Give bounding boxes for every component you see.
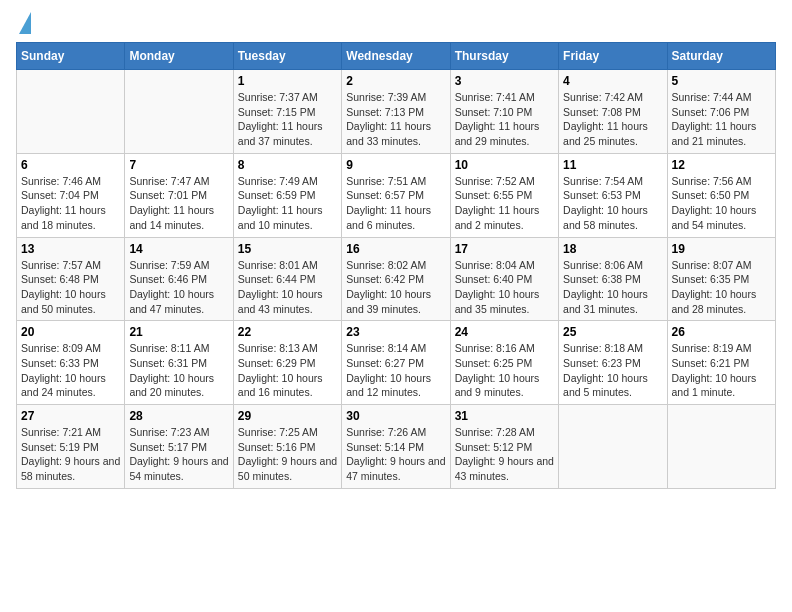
calendar-cell: 6Sunrise: 7:46 AM Sunset: 7:04 PM Daylig… [17,153,125,237]
day-number: 13 [21,242,120,256]
calendar-cell: 12Sunrise: 7:56 AM Sunset: 6:50 PM Dayli… [667,153,775,237]
calendar-cell: 29Sunrise: 7:25 AM Sunset: 5:16 PM Dayli… [233,405,341,489]
day-number: 10 [455,158,554,172]
calendar-table: SundayMondayTuesdayWednesdayThursdayFrid… [16,42,776,489]
day-info: Sunrise: 7:25 AM Sunset: 5:16 PM Dayligh… [238,425,337,484]
day-info: Sunrise: 8:04 AM Sunset: 6:40 PM Dayligh… [455,258,554,317]
col-header-saturday: Saturday [667,43,775,70]
calendar-cell: 21Sunrise: 8:11 AM Sunset: 6:31 PM Dayli… [125,321,233,405]
col-header-friday: Friday [559,43,667,70]
calendar-week-row: 27Sunrise: 7:21 AM Sunset: 5:19 PM Dayli… [17,405,776,489]
day-number: 15 [238,242,337,256]
day-info: Sunrise: 7:49 AM Sunset: 6:59 PM Dayligh… [238,174,337,233]
day-number: 26 [672,325,771,339]
day-number: 6 [21,158,120,172]
calendar-cell: 9Sunrise: 7:51 AM Sunset: 6:57 PM Daylig… [342,153,450,237]
calendar-cell [559,405,667,489]
day-info: Sunrise: 7:21 AM Sunset: 5:19 PM Dayligh… [21,425,120,484]
calendar-cell: 3Sunrise: 7:41 AM Sunset: 7:10 PM Daylig… [450,70,558,154]
day-number: 17 [455,242,554,256]
day-info: Sunrise: 8:11 AM Sunset: 6:31 PM Dayligh… [129,341,228,400]
day-number: 19 [672,242,771,256]
day-info: Sunrise: 8:14 AM Sunset: 6:27 PM Dayligh… [346,341,445,400]
day-info: Sunrise: 7:44 AM Sunset: 7:06 PM Dayligh… [672,90,771,149]
calendar-cell: 15Sunrise: 8:01 AM Sunset: 6:44 PM Dayli… [233,237,341,321]
calendar-cell: 18Sunrise: 8:06 AM Sunset: 6:38 PM Dayli… [559,237,667,321]
day-number: 4 [563,74,662,88]
calendar-cell: 30Sunrise: 7:26 AM Sunset: 5:14 PM Dayli… [342,405,450,489]
day-info: Sunrise: 7:41 AM Sunset: 7:10 PM Dayligh… [455,90,554,149]
day-number: 8 [238,158,337,172]
day-number: 5 [672,74,771,88]
day-number: 23 [346,325,445,339]
day-info: Sunrise: 8:01 AM Sunset: 6:44 PM Dayligh… [238,258,337,317]
calendar-cell: 4Sunrise: 7:42 AM Sunset: 7:08 PM Daylig… [559,70,667,154]
calendar-cell: 8Sunrise: 7:49 AM Sunset: 6:59 PM Daylig… [233,153,341,237]
day-info: Sunrise: 8:19 AM Sunset: 6:21 PM Dayligh… [672,341,771,400]
day-info: Sunrise: 8:02 AM Sunset: 6:42 PM Dayligh… [346,258,445,317]
calendar-week-row: 13Sunrise: 7:57 AM Sunset: 6:48 PM Dayli… [17,237,776,321]
calendar-cell: 28Sunrise: 7:23 AM Sunset: 5:17 PM Dayli… [125,405,233,489]
day-info: Sunrise: 7:37 AM Sunset: 7:15 PM Dayligh… [238,90,337,149]
day-number: 11 [563,158,662,172]
day-info: Sunrise: 8:09 AM Sunset: 6:33 PM Dayligh… [21,341,120,400]
calendar-cell: 5Sunrise: 7:44 AM Sunset: 7:06 PM Daylig… [667,70,775,154]
calendar-cell: 1Sunrise: 7:37 AM Sunset: 7:15 PM Daylig… [233,70,341,154]
calendar-cell: 16Sunrise: 8:02 AM Sunset: 6:42 PM Dayli… [342,237,450,321]
logo [16,16,31,34]
col-header-monday: Monday [125,43,233,70]
col-header-wednesday: Wednesday [342,43,450,70]
calendar-week-row: 20Sunrise: 8:09 AM Sunset: 6:33 PM Dayli… [17,321,776,405]
day-number: 21 [129,325,228,339]
page-header [16,16,776,34]
calendar-header-row: SundayMondayTuesdayWednesdayThursdayFrid… [17,43,776,70]
day-number: 20 [21,325,120,339]
col-header-tuesday: Tuesday [233,43,341,70]
col-header-sunday: Sunday [17,43,125,70]
calendar-cell: 17Sunrise: 8:04 AM Sunset: 6:40 PM Dayli… [450,237,558,321]
day-info: Sunrise: 7:42 AM Sunset: 7:08 PM Dayligh… [563,90,662,149]
day-info: Sunrise: 7:47 AM Sunset: 7:01 PM Dayligh… [129,174,228,233]
calendar-cell: 2Sunrise: 7:39 AM Sunset: 7:13 PM Daylig… [342,70,450,154]
day-number: 24 [455,325,554,339]
day-info: Sunrise: 8:06 AM Sunset: 6:38 PM Dayligh… [563,258,662,317]
calendar-cell: 25Sunrise: 8:18 AM Sunset: 6:23 PM Dayli… [559,321,667,405]
calendar-cell: 24Sunrise: 8:16 AM Sunset: 6:25 PM Dayli… [450,321,558,405]
calendar-cell: 11Sunrise: 7:54 AM Sunset: 6:53 PM Dayli… [559,153,667,237]
calendar-cell [125,70,233,154]
day-number: 7 [129,158,228,172]
day-info: Sunrise: 7:52 AM Sunset: 6:55 PM Dayligh… [455,174,554,233]
day-info: Sunrise: 8:13 AM Sunset: 6:29 PM Dayligh… [238,341,337,400]
day-info: Sunrise: 8:18 AM Sunset: 6:23 PM Dayligh… [563,341,662,400]
calendar-cell: 13Sunrise: 7:57 AM Sunset: 6:48 PM Dayli… [17,237,125,321]
day-number: 27 [21,409,120,423]
day-number: 25 [563,325,662,339]
day-number: 30 [346,409,445,423]
calendar-cell: 23Sunrise: 8:14 AM Sunset: 6:27 PM Dayli… [342,321,450,405]
day-info: Sunrise: 7:46 AM Sunset: 7:04 PM Dayligh… [21,174,120,233]
day-number: 14 [129,242,228,256]
calendar-cell: 22Sunrise: 8:13 AM Sunset: 6:29 PM Dayli… [233,321,341,405]
day-number: 29 [238,409,337,423]
day-info: Sunrise: 7:23 AM Sunset: 5:17 PM Dayligh… [129,425,228,484]
calendar-cell: 7Sunrise: 7:47 AM Sunset: 7:01 PM Daylig… [125,153,233,237]
day-info: Sunrise: 7:54 AM Sunset: 6:53 PM Dayligh… [563,174,662,233]
day-number: 22 [238,325,337,339]
calendar-cell [17,70,125,154]
calendar-cell: 14Sunrise: 7:59 AM Sunset: 6:46 PM Dayli… [125,237,233,321]
calendar-week-row: 1Sunrise: 7:37 AM Sunset: 7:15 PM Daylig… [17,70,776,154]
day-info: Sunrise: 7:57 AM Sunset: 6:48 PM Dayligh… [21,258,120,317]
calendar-cell: 31Sunrise: 7:28 AM Sunset: 5:12 PM Dayli… [450,405,558,489]
day-info: Sunrise: 7:51 AM Sunset: 6:57 PM Dayligh… [346,174,445,233]
day-info: Sunrise: 7:59 AM Sunset: 6:46 PM Dayligh… [129,258,228,317]
logo-triangle-icon [19,12,31,34]
col-header-thursday: Thursday [450,43,558,70]
day-number: 31 [455,409,554,423]
day-info: Sunrise: 7:28 AM Sunset: 5:12 PM Dayligh… [455,425,554,484]
day-info: Sunrise: 7:26 AM Sunset: 5:14 PM Dayligh… [346,425,445,484]
day-number: 28 [129,409,228,423]
calendar-cell: 26Sunrise: 8:19 AM Sunset: 6:21 PM Dayli… [667,321,775,405]
calendar-cell: 19Sunrise: 8:07 AM Sunset: 6:35 PM Dayli… [667,237,775,321]
day-info: Sunrise: 8:16 AM Sunset: 6:25 PM Dayligh… [455,341,554,400]
day-number: 18 [563,242,662,256]
